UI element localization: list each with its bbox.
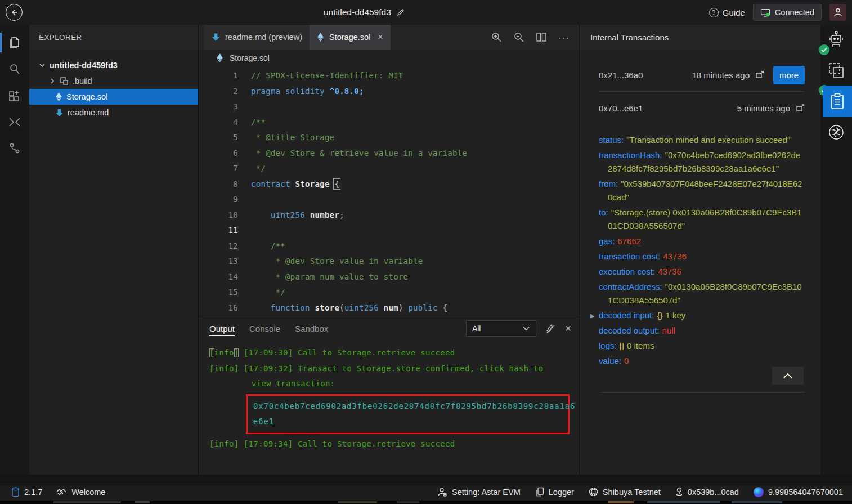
tab-label: Storage.sol <box>329 33 370 42</box>
code-line[interactable]: 2pragma solidity ^0.8.0; <box>199 84 579 100</box>
code-line[interactable]: 9 <box>199 192 579 208</box>
highlighted-transaction-hash[interactable]: 0x70c4beb7ced6902ad3fbe0262de2874d8fc7f8… <box>246 394 570 434</box>
tab-output[interactable]: Output <box>209 316 235 341</box>
log-filter-dropdown[interactable]: All <box>466 320 536 337</box>
detail-row: contractAddress:"0x0130a06B28f0C89b07C9E… <box>599 280 805 307</box>
git-graph-icon <box>8 142 21 155</box>
plugins-rail-button[interactable] <box>0 82 29 109</box>
tx-hash-short[interactable]: 0x21...36a0 <box>599 70 678 80</box>
code-line[interactable]: 1// SPDX-License-Identifier: MIT <box>199 68 579 84</box>
transaction-row[interactable]: 0x70...e6e1 5 minutes ago <box>599 92 805 124</box>
detail-row[interactable]: ▶decoded input:{}1 key <box>599 309 805 322</box>
tree-item-label: Storage.sol <box>66 92 107 101</box>
detail-row: from:"0x539b407307F048beeF2428E07e27f401… <box>599 177 805 204</box>
editor-column: readme.md (preview) Storage.sol × <box>199 25 579 475</box>
more-options-button[interactable]: ··· <box>558 33 570 42</box>
code-line[interactable]: 7 */ <box>199 161 579 177</box>
guide-label: Guide <box>723 8 745 17</box>
format-rail-button[interactable] <box>0 109 29 135</box>
zoom-out-icon <box>513 32 524 43</box>
expand-arrow-icon[interactable]: ▶ <box>590 309 595 323</box>
setting-item[interactable]: Setting: Astar EVM <box>437 487 521 497</box>
tx-hash-short[interactable]: 0x70...e6e1 <box>599 104 678 113</box>
search-rail-button[interactable] <box>0 56 29 82</box>
monitor-icon <box>760 8 770 17</box>
tab-sandbox[interactable]: Sandbox <box>295 316 328 341</box>
code-line[interactable]: 16 function store(uint256 num) public { <box>199 300 579 316</box>
code-line[interactable]: 6 * @dev Store & retrieve value in a var… <box>199 146 579 161</box>
code-line[interactable]: 13 * @dev Store value in variable <box>199 254 579 269</box>
tree-item-build-folder[interactable]: .build <box>29 73 198 89</box>
ai-assistant-rail-button[interactable] <box>820 124 852 141</box>
code-line[interactable]: 8contract Storage { <box>199 177 579 192</box>
globe-icon <box>589 487 598 497</box>
detail-row: decoded output:null <box>599 324 805 338</box>
split-editor-button[interactable] <box>536 32 547 42</box>
tree-item-storage-sol[interactable]: Storage.sol <box>29 89 198 105</box>
code-line[interactable]: 10 uint256 number; <box>199 208 579 223</box>
tx-time: 18 minutes ago <box>692 70 750 80</box>
section-divider <box>601 392 805 393</box>
detail-label: gas: <box>599 236 615 246</box>
person-gear-icon <box>437 487 447 497</box>
close-tab-icon[interactable]: × <box>378 32 383 42</box>
version-item[interactable]: 2.1.7 <box>11 487 42 497</box>
files-rail-button[interactable] <box>0 29 29 56</box>
tree-item-readme-md[interactable]: readme.md <box>29 105 198 120</box>
zoom-out-button[interactable] <box>513 32 524 43</box>
welcome-item[interactable]: Welcome <box>56 488 105 497</box>
avatar-button[interactable] <box>829 4 846 21</box>
collapse-arrows-icon <box>8 116 21 128</box>
guide-button[interactable]: ? Guide <box>709 8 745 17</box>
output-header: Output Console Sandbox All × <box>199 316 579 341</box>
code-editor[interactable]: 1// SPDX-License-Identifier: MIT2pragma … <box>199 66 579 316</box>
detail-row: value:0 <box>599 354 805 368</box>
clear-logs-button[interactable] <box>545 323 556 334</box>
detail-row: transaction cost:43736 <box>599 250 805 263</box>
code-line[interactable]: 12 /** <box>199 238 579 254</box>
edit-title-icon[interactable] <box>396 8 405 17</box>
code-line[interactable]: 3 <box>199 99 579 115</box>
explorer-header: EXPLORER <box>29 25 198 50</box>
code-line[interactable]: 11 <box>199 223 579 238</box>
wallet-address-item[interactable]: 0x539b...0cad <box>675 487 739 497</box>
connected-button[interactable]: Connected <box>753 4 822 21</box>
close-panel-button[interactable]: × <box>565 322 571 335</box>
transaction-row[interactable]: 0x21...36a0 18 minutes ago more <box>599 58 805 91</box>
detail-label: decoded input: <box>599 310 654 320</box>
tab-console[interactable]: Console <box>249 316 280 341</box>
network-item[interactable]: Shibuya Testnet <box>589 487 661 497</box>
panel-body: 0x21...36a0 18 minutes ago more 0x70...e… <box>580 50 820 370</box>
tree-root-project[interactable]: untitled-dd459fd3 <box>29 57 198 73</box>
logger-item[interactable]: Logger <box>535 487 574 497</box>
code-line[interactable]: 5 * @title Storage <box>199 130 579 146</box>
deploy-rail-button[interactable] <box>820 62 852 79</box>
collapse-details-button[interactable] <box>772 367 804 385</box>
split-columns-icon <box>536 32 547 42</box>
detail-label: to: <box>599 208 608 217</box>
output-log[interactable]: [info] [17:09:30] Call to Storage.retrie… <box>199 341 579 452</box>
build-folder-icon <box>60 76 69 86</box>
tab-storage-sol[interactable]: Storage.sol × <box>310 25 391 50</box>
detail-row: status:"Transaction mined and execution … <box>599 133 805 147</box>
breadcrumb[interactable]: Storage.sol <box>199 50 579 66</box>
git-rail-button[interactable] <box>0 135 29 161</box>
external-link-icon[interactable] <box>755 71 764 79</box>
openai-logo-icon <box>828 124 845 141</box>
more-button[interactable]: more <box>773 66 805 84</box>
tab-readme-preview[interactable]: readme.md (preview) <box>204 25 310 50</box>
back-button[interactable] <box>6 4 23 21</box>
code-line[interactable]: 4/** <box>199 115 579 130</box>
editor-tab-bar: readme.md (preview) Storage.sol × <box>199 25 579 50</box>
code-line[interactable]: 15 */ <box>199 285 579 300</box>
external-link-icon[interactable] <box>796 104 805 112</box>
detail-row: gas:67662 <box>599 235 805 248</box>
detail-label: transaction cost: <box>599 251 660 261</box>
chevron-right-icon <box>49 78 56 84</box>
panel-title: Internal Transactions <box>580 25 820 50</box>
zoom-in-button[interactable] <box>491 32 502 43</box>
code-line[interactable]: 14 * @param num value to store <box>199 269 579 285</box>
log-entry: [info] [17:09:34] Call to Storage.retrie… <box>209 436 571 452</box>
transactions-rail-button-active[interactable] <box>823 86 852 117</box>
balance-item[interactable]: 9.998564047670001 <box>754 487 843 497</box>
